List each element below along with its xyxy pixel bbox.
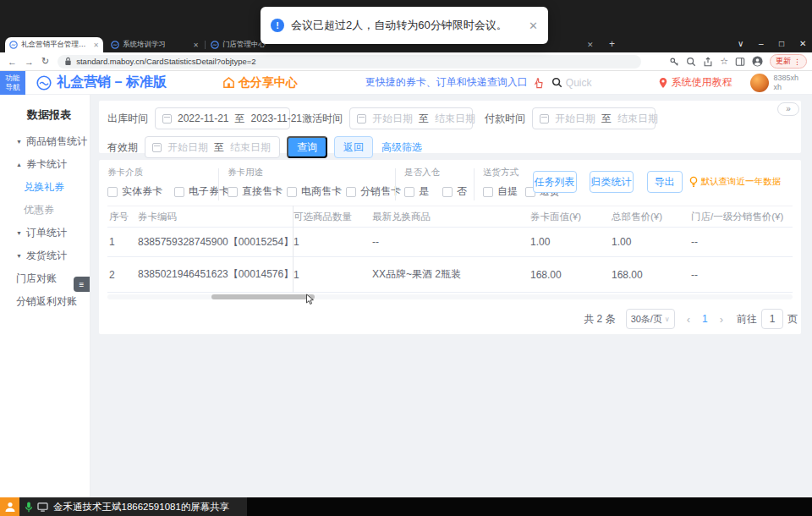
sidebar-item-label: 发货统计 xyxy=(26,249,67,263)
export-button[interactable]: 导出 xyxy=(647,171,683,193)
chevron-down-icon: ∨ xyxy=(665,316,670,323)
col-face-value: 券卡面值(¥) xyxy=(529,211,610,223)
checkbox-distribution-sale[interactable]: 分销售卡 xyxy=(346,184,401,199)
zoom-icon[interactable] xyxy=(686,57,696,67)
screen-share-text: 金禾通技术王斌18662591081的屏幕共享 xyxy=(53,501,229,513)
checkbox-physical-card[interactable]: 实体券卡 xyxy=(107,184,162,199)
profile-icon[interactable] xyxy=(752,56,763,67)
toast-close-icon[interactable]: ✕ xyxy=(529,19,538,32)
sidebar-item-label: 分销返利对账 xyxy=(16,294,77,309)
cell-index: 2 xyxy=(107,269,136,281)
side-panel-icon[interactable] xyxy=(735,57,745,67)
quick-search-placeholder[interactable]: Quick xyxy=(566,77,592,89)
activate-time-label: 激活时间 xyxy=(302,112,343,126)
user-avatar[interactable] xyxy=(750,74,769,92)
share-center-link[interactable]: 仓分享中心 xyxy=(222,75,298,91)
forward-icon[interactable]: → xyxy=(25,57,34,67)
sidebar: 数据报表 ▼ 商品销售统计 ▲ 券卡统计 兑换礼券 优惠券 ▼ 订单统计 ▼ 发… xyxy=(0,95,91,497)
tutorial-link[interactable]: 系统使用教程 xyxy=(658,75,732,90)
sidebar-collapse-handle[interactable]: ≡ xyxy=(74,277,90,292)
start-date-placeholder: 开始日期 xyxy=(555,112,595,126)
checkbox-direct-sale[interactable]: 直接售卡 xyxy=(228,184,283,199)
share-icon[interactable] xyxy=(703,57,713,67)
checkbox-electronic-card[interactable]: 电子券卡 xyxy=(174,184,229,199)
scrollbar-thumb[interactable] xyxy=(211,294,315,299)
calendar-icon xyxy=(152,143,162,152)
checkbox-yes[interactable]: 是 xyxy=(404,184,429,199)
checkbox-icon[interactable] xyxy=(287,187,297,197)
more-menu-icon[interactable]: ⋮ xyxy=(793,58,801,66)
badge-line1: 功能 xyxy=(6,74,20,83)
checkbox-icon[interactable] xyxy=(228,187,238,197)
browser-tab-active[interactable]: 礼盒营销平台管理中心 ✕ xyxy=(5,37,103,52)
key-icon[interactable] xyxy=(669,57,679,67)
calendar-icon xyxy=(162,114,172,124)
tab-close-icon[interactable]: ✕ xyxy=(93,41,99,49)
sidebar-item-shipping-stats[interactable]: ▼ 发货统计 xyxy=(0,244,90,267)
reload-icon[interactable]: ↻ xyxy=(41,56,49,67)
outbound-date-range[interactable]: 2022-11-21 至 2023-11-21 xyxy=(155,107,290,129)
checkbox-icon[interactable] xyxy=(107,187,118,197)
search-icon[interactable] xyxy=(551,77,562,88)
start-date-placeholder: 开始日期 xyxy=(167,140,208,155)
group-divider xyxy=(395,168,396,200)
checkbox-icon[interactable] xyxy=(483,187,493,197)
tutorial-label: 系统使用教程 xyxy=(671,75,732,90)
main-content: 出库时间 2022-11-21 至 2023-11-21 激活时间 开始日期 至… xyxy=(91,95,812,497)
sidebar-item-discount-coupon[interactable]: 优惠券 xyxy=(0,199,90,222)
classify-stats-button[interactable]: 归类统计 xyxy=(590,171,634,193)
search-button[interactable]: 查询 xyxy=(287,136,327,158)
back-icon[interactable]: ← xyxy=(8,57,17,67)
sidebar-item-product-sales[interactable]: ▼ 商品销售统计 xyxy=(0,130,90,153)
start-date: 2022-11-21 xyxy=(178,113,229,124)
tab-title: 系统培训学习 xyxy=(123,40,189,50)
toast-message: 会议已超过2人，自动转为60分钟限时会议。 xyxy=(291,18,508,33)
bookmark-star-icon[interactable]: ☆ xyxy=(720,56,728,67)
current-page[interactable]: 1 xyxy=(702,313,708,325)
tab-close-icon[interactable]: ✕ xyxy=(587,41,594,49)
window-menu-icon[interactable]: ∨ xyxy=(738,39,743,48)
back-button[interactable]: 返回 xyxy=(334,136,373,158)
meeting-toast: ! 会议已超过2人，自动转为60分钟限时会议。 ✕ xyxy=(261,7,548,44)
toolbar-right: ☆ 更新 ⋮ xyxy=(669,54,807,69)
address-bar[interactable]: standard.maboy.cn/CardStatisticsDetail?o… xyxy=(58,55,641,69)
col-index: 序号 xyxy=(107,211,136,223)
checkbox-self-pickup[interactable]: 自提 xyxy=(483,184,518,199)
checkbox-icon[interactable] xyxy=(174,187,184,197)
payment-date-range[interactable]: 开始日期 至 结束日期 xyxy=(532,107,656,129)
chrome-update-button[interactable]: 更新 ⋮ xyxy=(770,54,807,69)
sidebar-item-rebate-reconciliation[interactable]: 分销返利对账 xyxy=(0,290,90,313)
checkbox-label: 直接售卡 xyxy=(242,184,283,199)
window-close-icon[interactable]: ✕ xyxy=(799,39,806,48)
next-page-icon[interactable]: › xyxy=(720,313,723,326)
validity-date-range[interactable]: 开始日期 至 结束日期 xyxy=(145,136,280,158)
advanced-filter-link[interactable]: 高级筛选 xyxy=(381,140,422,155)
user-meta[interactable]: 8385xh xh xyxy=(773,74,798,91)
tab-separator xyxy=(205,41,206,49)
col-store-price: 门店/一级分销售价(¥) xyxy=(689,211,793,223)
checkbox-ecommerce-sale[interactable]: 电商售卡 xyxy=(287,184,342,199)
page-size-select[interactable]: 30条/页 ∨ xyxy=(626,309,675,329)
checkbox-icon[interactable] xyxy=(346,187,356,197)
new-tab-button[interactable]: + xyxy=(609,38,615,50)
sidebar-item-exchange-coupon[interactable]: 兑换礼券 xyxy=(0,176,90,199)
checkbox-no[interactable]: 否 xyxy=(442,184,467,199)
goto-page-input[interactable] xyxy=(761,309,783,329)
quick-entry-link[interactable]: 更快捷的券卡、订单和快递查询入口 xyxy=(365,75,528,90)
prev-page-icon[interactable]: ‹ xyxy=(687,313,690,326)
task-list-button[interactable]: 任务列表 xyxy=(533,171,577,193)
panel-collapse-button[interactable]: » xyxy=(777,102,799,116)
checkbox-icon[interactable] xyxy=(442,187,453,197)
window-minimize-icon[interactable]: – xyxy=(759,39,764,48)
function-nav-badge[interactable]: 功能 导航 xyxy=(0,71,25,95)
activate-date-range[interactable]: 开始日期 至 结束日期 xyxy=(349,107,473,129)
sidebar-item-card-stats[interactable]: ▲ 券卡统计 xyxy=(0,153,90,176)
location-pin-icon xyxy=(658,77,668,89)
tab-close-icon[interactable]: ✕ xyxy=(193,41,199,49)
browser-tab-2[interactable]: 系统培训学习 ✕ xyxy=(107,37,203,52)
window-maximize-icon[interactable]: □ xyxy=(779,39,784,48)
checkbox-icon[interactable] xyxy=(404,187,414,197)
sidebar-item-order-stats[interactable]: ▼ 订单统计 xyxy=(0,222,90,244)
lock-icon xyxy=(64,57,72,66)
group-divider xyxy=(474,168,475,200)
